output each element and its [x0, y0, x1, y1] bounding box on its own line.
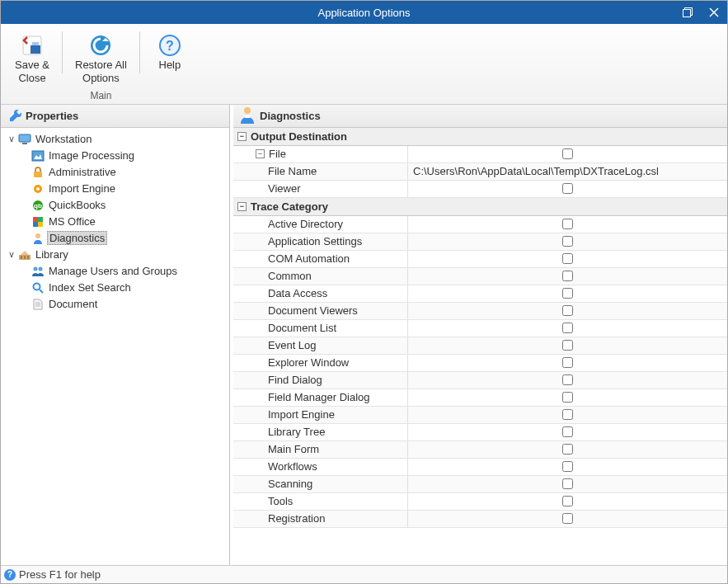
restore-button[interactable]: [674, 1, 701, 24]
row-library-tree[interactable]: Library Tree: [233, 424, 727, 441]
checkbox[interactable]: [562, 426, 573, 437]
office-icon: [31, 215, 45, 228]
row-find-dialog[interactable]: Find Dialog: [233, 372, 727, 389]
tree-diagnostics[interactable]: Diagnostics: [2, 230, 228, 247]
row-import-engine[interactable]: Import Engine: [233, 407, 727, 424]
row-event-log[interactable]: Event Log: [233, 337, 727, 355]
svg-rect-22: [33, 222, 38, 227]
row-active-directory[interactable]: Active Directory: [233, 216, 727, 233]
status-text: Press F1 for help: [19, 568, 101, 581]
category-trace-category[interactable]: − Trace Category: [233, 198, 727, 216]
checkbox[interactable]: [562, 461, 573, 472]
checkbox[interactable]: [562, 288, 573, 299]
svg-rect-12: [22, 143, 27, 144]
row-common[interactable]: Common: [233, 268, 727, 285]
collapse-icon[interactable]: −: [237, 202, 247, 211]
tree-label-selected: Diagnostics: [47, 231, 107, 245]
diagnostics-header-label: Diagnostics: [260, 110, 321, 122]
checkbox[interactable]: [562, 253, 573, 264]
checkbox[interactable]: [562, 305, 573, 316]
tree-label: Workstation: [34, 133, 93, 145]
svg-rect-21: [38, 217, 43, 222]
checkbox[interactable]: [562, 478, 573, 489]
row-data-access[interactable]: Data Access: [233, 285, 727, 303]
row-document-viewers[interactable]: Document Viewers: [233, 303, 727, 320]
row-label: File: [269, 148, 286, 160]
refresh-icon: [87, 32, 114, 59]
collapse-icon[interactable]: −: [237, 132, 247, 141]
checkbox[interactable]: [562, 444, 573, 454]
row-main-form[interactable]: Main Form: [233, 441, 727, 459]
checkbox[interactable]: [562, 374, 573, 385]
tree-label: Manage Users and Groups: [47, 265, 179, 277]
row-workflows[interactable]: Workflows: [233, 459, 727, 476]
tree-index-set-search[interactable]: Index Set Search: [2, 280, 228, 296]
row-registration[interactable]: Registration: [233, 511, 727, 528]
gear-icon: [31, 182, 45, 195]
document-icon: [31, 298, 45, 311]
tree-library[interactable]: ∨ Library: [2, 247, 228, 263]
svg-rect-15: [34, 172, 42, 177]
svg-rect-23: [38, 222, 43, 227]
tree-document[interactable]: Document: [2, 296, 228, 313]
checkbox[interactable]: [562, 392, 573, 403]
restore-label-2: Options: [82, 72, 120, 85]
row-label: COM Automation: [233, 251, 408, 267]
row-field-manager-dialog[interactable]: Field Manager Dialog: [233, 389, 727, 407]
tree-administrative[interactable]: Administrative: [2, 164, 228, 181]
chevron-down-icon[interactable]: ∨: [6, 134, 17, 144]
value-file-name[interactable]: C:\Users\Ron\AppData\Local\Temp\DXTraceL…: [408, 163, 727, 180]
row-file[interactable]: −File: [233, 146, 727, 163]
svg-point-37: [244, 107, 251, 114]
tree-ms-office[interactable]: MS Office: [2, 214, 228, 230]
checkbox[interactable]: [562, 340, 573, 351]
checkbox-file[interactable]: [562, 148, 573, 159]
tree-quickbooks[interactable]: qb QuickBooks: [2, 197, 228, 214]
checkbox[interactable]: [562, 496, 573, 506]
help-button[interactable]: ? Help: [145, 28, 195, 88]
properties-tree[interactable]: ∨ Workstation Image Processing Administr…: [1, 128, 229, 566]
chevron-down-icon[interactable]: ∨: [6, 249, 17, 260]
tree-label: Administrative: [47, 166, 118, 178]
row-viewer[interactable]: Viewer: [233, 181, 727, 198]
checkbox[interactable]: [562, 236, 573, 247]
row-file-name[interactable]: File Name C:\Users\Ron\AppData\Local\Tem…: [233, 163, 727, 181]
svg-rect-27: [21, 256, 22, 259]
category-output-destination[interactable]: − Output Destination: [233, 128, 727, 146]
checkbox[interactable]: [562, 357, 573, 368]
tree-image-processing[interactable]: Image Processing: [2, 148, 228, 164]
tree-label: Library: [34, 248, 70, 261]
restore-all-options-button[interactable]: Restore All Options: [68, 28, 134, 88]
category-label: Output Destination: [251, 130, 347, 143]
checkbox[interactable]: [562, 271, 573, 281]
row-tools[interactable]: Tools: [233, 493, 727, 511]
svg-line-33: [40, 290, 43, 293]
ribbon: Save & Close Restore All Options ? He: [1, 24, 727, 105]
svg-point-32: [34, 283, 40, 290]
checkbox-viewer[interactable]: [562, 183, 573, 194]
checkbox[interactable]: [562, 409, 573, 420]
row-document-list[interactable]: Document List: [233, 320, 727, 337]
checkbox[interactable]: [562, 323, 573, 333]
svg-point-24: [35, 233, 40, 238]
row-label: Library Tree: [233, 424, 408, 440]
row-scanning[interactable]: Scanning: [233, 476, 727, 493]
row-explorer-window[interactable]: Explorer Window: [233, 355, 727, 372]
save-and-close-button[interactable]: Save & Close: [7, 28, 57, 88]
tree-label: Import Engine: [47, 182, 117, 195]
property-grid[interactable]: − Output Destination −File File Name C:\…: [233, 128, 727, 566]
tree-import-engine[interactable]: Import Engine: [2, 181, 228, 197]
svg-rect-13: [32, 151, 44, 161]
collapse-icon[interactable]: −: [256, 149, 265, 158]
svg-text:?: ?: [166, 39, 174, 53]
row-label: Main Form: [233, 441, 408, 458]
checkbox[interactable]: [562, 219, 573, 229]
tree-manage-users[interactable]: Manage Users and Groups: [2, 263, 228, 280]
row-com-automation[interactable]: COM Automation: [233, 251, 727, 268]
tree-workstation[interactable]: ∨ Workstation: [2, 131, 228, 148]
row-label: Viewer: [233, 181, 408, 197]
checkbox[interactable]: [562, 513, 573, 524]
person-icon: [31, 232, 45, 245]
close-button[interactable]: [701, 1, 727, 24]
row-application-settings[interactable]: Application Settings: [233, 233, 727, 251]
